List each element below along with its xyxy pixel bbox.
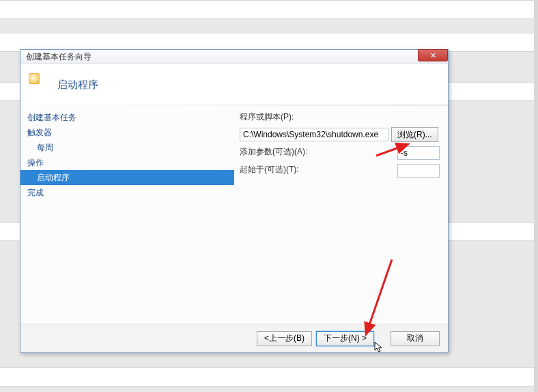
background-band [0,0,538,19]
sidebar-item[interactable]: 创建基本任务 [20,110,234,125]
sidebar-item-label: 触发器 [27,128,52,137]
page-title: 启动程序 [57,79,98,92]
program-label: 程序或脚本(P): [240,111,440,123]
sidebar-item[interactable]: 每周 [20,140,234,155]
close-button[interactable]: ✕ [418,49,448,61]
browse-button[interactable]: 浏览(R)... [391,127,438,142]
wizard-dialog: 创建基本任务向导 ✕ 启动程序 创建基本任务触发器每周操作启动程序完成 程序或脚… [20,49,449,353]
sidebar-item-label: 操作 [27,158,44,167]
sidebar-item-label: 完成 [27,188,44,197]
dialog-content: 创建基本任务触发器每周操作启动程序完成 程序或脚本(P): 浏览(R)... 添… [20,106,448,324]
sidebar-item[interactable]: 操作 [20,155,234,170]
sidebar-item[interactable]: 触发器 [20,125,234,140]
wizard-sidebar: 创建基本任务触发器每周操作启动程序完成 [20,106,234,324]
dialog-title: 创建基本任务向导 [26,52,91,61]
background-edge [534,0,538,392]
startin-label: 起始于(可选)(T): [240,164,349,176]
args-input[interactable] [397,146,440,160]
program-input[interactable] [240,128,388,141]
background-band [0,367,538,387]
close-icon: ✕ [430,51,436,59]
form-area: 程序或脚本(P): 浏览(R)... 添加参数(可选)(A): 起始于(可选)(… [234,106,448,324]
sidebar-item-label: 启动程序 [37,173,70,182]
cancel-button[interactable]: 取消 [391,331,440,346]
startin-input[interactable] [397,164,440,178]
sidebar-item-label: 每周 [37,143,53,152]
sidebar-item[interactable]: 启动程序 [20,170,234,185]
sidebar-item-label: 创建基本任务 [27,113,76,122]
sidebar-item[interactable]: 完成 [20,185,234,200]
titlebar[interactable]: 创建基本任务向导 ✕ [20,50,448,64]
args-label: 添加参数(可选)(A): [240,146,349,158]
dialog-header: 启动程序 [20,64,448,104]
back-button[interactable]: <上一步(B) [257,331,312,346]
next-button[interactable]: 下一步(N) > [316,331,374,346]
dialog-footer: <上一步(B) 下一步(N) > 取消 [20,324,448,352]
wizard-icon [29,73,40,84]
